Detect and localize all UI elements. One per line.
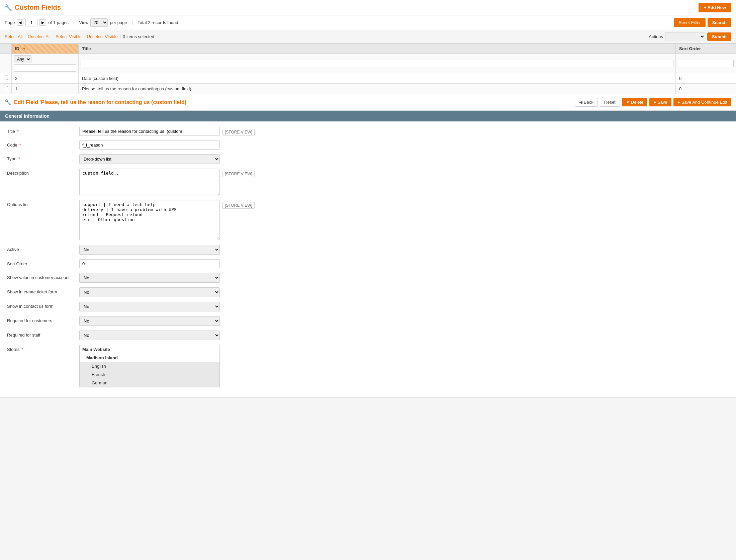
stores-row: Stores * Main Website Madison Island Eng… (7, 345, 729, 387)
stores-required: * (21, 347, 23, 352)
back-arrow-icon: ◀ (579, 100, 582, 105)
show-customer-select[interactable]: No Yes (79, 273, 220, 283)
show-customer-label: Show value in customer account (7, 273, 74, 280)
back-button[interactable]: ◀ Back (575, 98, 598, 107)
sort-order-label: Sort Order (7, 259, 74, 266)
store-madison-island[interactable]: Madison Island (80, 354, 219, 362)
sep1: | (24, 34, 25, 39)
save-button[interactable]: ● Save (649, 98, 671, 106)
active-label: Active (7, 245, 74, 252)
reset-button[interactable]: Reset (600, 98, 620, 107)
show-ticket-label: Show in create ticket form (7, 287, 74, 294)
selection-bar-left: Select All | Unselect All | Select Visib… (5, 34, 154, 39)
sort-order-control-group (79, 259, 729, 268)
title-input[interactable] (79, 127, 220, 136)
code-input[interactable] (79, 141, 220, 150)
th-title: Title (79, 44, 676, 54)
active-select[interactable]: No Yes (79, 245, 220, 255)
selection-bar-right: Actions Delete Submit (649, 32, 731, 41)
page-number-input[interactable] (25, 19, 37, 26)
save-icon: ● (653, 100, 656, 105)
description-row: Description custom field.. [STORE VIEW] (7, 169, 729, 195)
grid-body: 2 Date (custom field) 0 1 Please, tell u… (0, 73, 736, 94)
row-title-cell: Date (custom field) (79, 73, 676, 84)
filter-id-select[interactable]: Any 1 2 (14, 55, 31, 63)
stores-control-group: Main Website Madison Island English Fren… (79, 345, 729, 387)
code-row: Code * (7, 141, 729, 150)
grid-table: ID ▼ Title Sort Order Any 1 2 (0, 43, 736, 94)
delete-button[interactable]: ✕ Delete (622, 98, 648, 106)
store-english[interactable]: English (80, 362, 219, 370)
show-contact-select[interactable]: No Yes (79, 302, 220, 311)
show-ticket-control-group: No Yes (79, 287, 729, 297)
filter-title-input[interactable] (81, 60, 673, 67)
required-staff-control-group: No Yes (79, 331, 729, 340)
back-label: Back (584, 100, 593, 105)
th-title-label: Title (82, 46, 91, 51)
description-textarea[interactable]: custom field.. (79, 169, 220, 195)
select-visible-link[interactable]: Select Visible (56, 34, 82, 39)
filter-id-cell: Any 1 2 (12, 54, 79, 73)
actions-select[interactable]: Delete (665, 32, 705, 41)
th-id[interactable]: ID ▼ (12, 44, 79, 54)
general-info-panel: General Information Title * [STORE VIEW]… (0, 110, 736, 398)
save-continue-button[interactable]: ● Save And Continue Edit (673, 98, 731, 106)
page-next-button[interactable]: ▶ (39, 19, 46, 26)
sep4: | (120, 34, 121, 39)
stores-label: Stores * (7, 345, 74, 352)
page-header: 🔧 Custom Fields + Add New (0, 0, 736, 15)
show-ticket-select[interactable]: No Yes (79, 287, 220, 297)
show-contact-label: Show in contact us form (7, 302, 74, 309)
row-checkbox[interactable] (4, 86, 8, 90)
store-main-website[interactable]: Main Website (80, 345, 219, 354)
reset-filter-button[interactable]: Reset Filter (674, 18, 705, 27)
title-store-view-badge: [STORE VIEW] (222, 129, 255, 135)
code-control-group (79, 141, 729, 150)
table-row: 1 Please, tell us the reason for contact… (0, 84, 736, 94)
required-customers-select[interactable]: No Yes (79, 316, 220, 326)
submit-button[interactable]: Submit (707, 32, 731, 41)
filter-sort-cell (676, 54, 736, 73)
store-german[interactable]: German (80, 379, 219, 387)
stores-listbox: Main Website Madison Island English Fren… (79, 345, 220, 387)
per-page-suffix: per page (110, 20, 127, 25)
edit-icon: 🔧 (5, 99, 11, 105)
sort-order-row: Sort Order (7, 259, 729, 268)
total-records: Total 2 records found (137, 20, 178, 25)
section-header: General Information (0, 111, 736, 121)
add-new-button[interactable]: + Add New (699, 3, 731, 12)
row-title-cell: Please, tell us the reason for contactin… (79, 84, 676, 94)
type-row: Type * Drop-down list Text Textarea Date… (7, 154, 729, 164)
sort-order-input[interactable] (79, 259, 220, 268)
page-icon: 🔧 (5, 4, 12, 11)
filter-sort-input[interactable] (678, 60, 734, 67)
page-prev-button[interactable]: ◀ (17, 19, 23, 26)
row-id-cell: 1 (12, 84, 79, 94)
row-checkbox[interactable] (4, 76, 8, 80)
filter-id-input[interactable] (14, 64, 76, 72)
select-all-link[interactable]: Select All (5, 34, 22, 39)
type-select[interactable]: Drop-down list Text Textarea Date Checkb… (79, 154, 220, 164)
show-contact-row: Show in contact us form No Yes (7, 302, 729, 311)
show-ticket-row: Show in create ticket form No Yes (7, 287, 729, 297)
unselect-visible-link[interactable]: Unselect Visible (87, 34, 117, 39)
type-control-group: Drop-down list Text Textarea Date Checkb… (79, 154, 729, 164)
code-label: Code * (7, 141, 74, 148)
unselect-all-link[interactable]: Unselect All (28, 34, 51, 39)
store-french[interactable]: French (80, 370, 219, 379)
edit-field-title: 🔧 Edit Field 'Please, tell us the reason… (5, 99, 188, 105)
grid-header-row: ID ▼ Title Sort Order (0, 44, 736, 54)
title-required: * (17, 129, 19, 134)
required-staff-select[interactable]: No Yes (79, 331, 220, 340)
per-page-select[interactable]: 20 50 100 (90, 18, 108, 27)
th-id-label: ID (15, 46, 19, 51)
table-row: 2 Date (custom field) 0 (0, 73, 736, 84)
submit-label: Submit (712, 34, 727, 39)
delete-icon: ✕ (626, 100, 630, 105)
th-checkbox (0, 44, 12, 54)
selection-bar: Select All | Unselect All | Select Visib… (0, 30, 736, 43)
options-textarea[interactable]: support | I need a tech help delivery | … (79, 200, 220, 240)
toolbar: Page ◀ ▶ of 1 pages | View 20 50 100 per… (0, 15, 736, 30)
search-button[interactable]: Search (708, 18, 731, 27)
show-customer-row: Show value in customer account No Yes (7, 273, 729, 283)
